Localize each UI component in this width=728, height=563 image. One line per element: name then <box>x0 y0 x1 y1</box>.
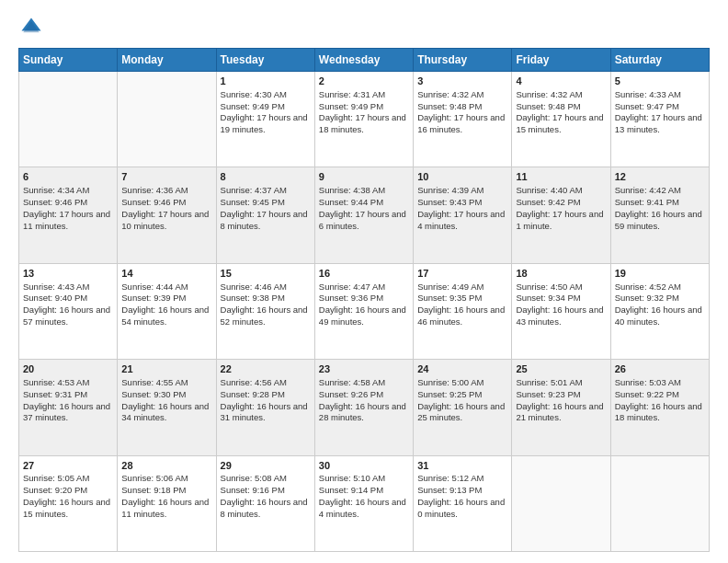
calendar-cell: 22Sunrise: 4:56 AMSunset: 9:28 PMDayligh… <box>216 360 314 455</box>
logo-icon <box>18 15 44 40</box>
weekday-header-tuesday: Tuesday <box>216 49 314 72</box>
week-row-1: 1Sunrise: 4:30 AMSunset: 9:49 PMDaylight… <box>19 72 710 167</box>
weekday-header-monday: Monday <box>118 49 216 72</box>
day-number: 12 <box>615 170 705 184</box>
calendar-cell: 23Sunrise: 4:58 AMSunset: 9:26 PMDayligh… <box>314 360 413 455</box>
calendar-cell: 1Sunrise: 4:30 AMSunset: 9:49 PMDaylight… <box>216 72 314 167</box>
calendar-cell: 3Sunrise: 4:32 AMSunset: 9:48 PMDaylight… <box>414 72 512 167</box>
day-number: 24 <box>417 362 507 376</box>
day-number: 18 <box>516 267 606 281</box>
day-number: 14 <box>121 267 211 281</box>
calendar-cell: 9Sunrise: 4:38 AMSunset: 9:44 PMDaylight… <box>314 167 413 263</box>
calendar-cell: 27Sunrise: 5:05 AMSunset: 9:20 PMDayligh… <box>19 455 118 551</box>
day-number: 13 <box>23 267 113 281</box>
day-number: 2 <box>319 75 409 88</box>
weekday-header-row: SundayMondayTuesdayWednesdayThursdayFrid… <box>19 49 710 72</box>
day-number: 15 <box>221 267 311 281</box>
calendar-cell <box>512 455 610 551</box>
day-number: 6 <box>23 170 113 184</box>
calendar-cell: 5Sunrise: 4:33 AMSunset: 9:47 PMDaylight… <box>610 72 709 167</box>
calendar-cell: 2Sunrise: 4:31 AMSunset: 9:49 PMDaylight… <box>314 72 413 167</box>
calendar-cell: 19Sunrise: 4:52 AMSunset: 9:32 PMDayligh… <box>610 263 709 359</box>
day-number: 22 <box>221 362 311 376</box>
calendar-cell: 11Sunrise: 4:40 AMSunset: 9:42 PMDayligh… <box>512 167 610 263</box>
day-number: 29 <box>221 459 311 473</box>
day-number: 23 <box>319 362 409 376</box>
calendar-cell: 12Sunrise: 4:42 AMSunset: 9:41 PMDayligh… <box>610 167 709 263</box>
calendar-cell: 14Sunrise: 4:44 AMSunset: 9:39 PMDayligh… <box>118 263 216 359</box>
header <box>18 15 710 40</box>
calendar-cell: 6Sunrise: 4:34 AMSunset: 9:46 PMDaylight… <box>19 167 118 263</box>
day-number: 20 <box>23 362 113 376</box>
day-number: 19 <box>615 267 705 281</box>
weekday-header-sunday: Sunday <box>19 49 118 72</box>
week-row-5: 27Sunrise: 5:05 AMSunset: 9:20 PMDayligh… <box>19 455 710 551</box>
day-number: 17 <box>417 267 507 281</box>
calendar-cell: 16Sunrise: 4:47 AMSunset: 9:36 PMDayligh… <box>314 263 413 359</box>
logo <box>18 15 48 40</box>
week-row-4: 20Sunrise: 4:53 AMSunset: 9:31 PMDayligh… <box>19 360 710 455</box>
day-number: 25 <box>516 362 606 376</box>
calendar-cell: 28Sunrise: 5:06 AMSunset: 9:18 PMDayligh… <box>118 455 216 551</box>
calendar-cell: 8Sunrise: 4:37 AMSunset: 9:45 PMDaylight… <box>216 167 314 263</box>
calendar-cell: 17Sunrise: 4:49 AMSunset: 9:35 PMDayligh… <box>414 263 512 359</box>
day-number: 5 <box>615 75 705 88</box>
day-number: 31 <box>417 459 507 473</box>
calendar-cell <box>19 72 118 167</box>
week-row-3: 13Sunrise: 4:43 AMSunset: 9:40 PMDayligh… <box>19 263 710 359</box>
calendar-cell: 24Sunrise: 5:00 AMSunset: 9:25 PMDayligh… <box>414 360 512 455</box>
week-row-2: 6Sunrise: 4:34 AMSunset: 9:46 PMDaylight… <box>19 167 710 263</box>
calendar-cell: 7Sunrise: 4:36 AMSunset: 9:46 PMDaylight… <box>118 167 216 263</box>
calendar-cell: 26Sunrise: 5:03 AMSunset: 9:22 PMDayligh… <box>610 360 709 455</box>
calendar-cell: 30Sunrise: 5:10 AMSunset: 9:14 PMDayligh… <box>314 455 413 551</box>
day-number: 4 <box>516 75 606 88</box>
weekday-header-thursday: Thursday <box>414 49 512 72</box>
calendar-cell: 31Sunrise: 5:12 AMSunset: 9:13 PMDayligh… <box>414 455 512 551</box>
calendar-cell: 4Sunrise: 4:32 AMSunset: 9:48 PMDaylight… <box>512 72 610 167</box>
calendar-cell: 18Sunrise: 4:50 AMSunset: 9:34 PMDayligh… <box>512 263 610 359</box>
calendar-cell: 15Sunrise: 4:46 AMSunset: 9:38 PMDayligh… <box>216 263 314 359</box>
day-number: 11 <box>516 170 606 184</box>
calendar-cell <box>610 455 709 551</box>
calendar-cell: 25Sunrise: 5:01 AMSunset: 9:23 PMDayligh… <box>512 360 610 455</box>
calendar-cell: 10Sunrise: 4:39 AMSunset: 9:43 PMDayligh… <box>414 167 512 263</box>
day-number: 30 <box>319 459 409 473</box>
day-number: 27 <box>23 459 113 473</box>
page: SundayMondayTuesdayWednesdayThursdayFrid… <box>0 0 728 563</box>
calendar-cell: 29Sunrise: 5:08 AMSunset: 9:16 PMDayligh… <box>216 455 314 551</box>
day-number: 7 <box>121 170 211 184</box>
calendar-cell: 13Sunrise: 4:43 AMSunset: 9:40 PMDayligh… <box>19 263 118 359</box>
day-number: 8 <box>221 170 311 184</box>
weekday-header-friday: Friday <box>512 49 610 72</box>
calendar-cell <box>118 72 216 167</box>
day-number: 16 <box>319 267 409 281</box>
day-number: 1 <box>221 75 311 88</box>
day-number: 10 <box>417 170 507 184</box>
day-number: 28 <box>121 459 211 473</box>
calendar-table: SundayMondayTuesdayWednesdayThursdayFrid… <box>18 48 710 552</box>
weekday-header-saturday: Saturday <box>610 49 709 72</box>
calendar-cell: 21Sunrise: 4:55 AMSunset: 9:30 PMDayligh… <box>118 360 216 455</box>
day-number: 21 <box>121 362 211 376</box>
calendar-cell: 20Sunrise: 4:53 AMSunset: 9:31 PMDayligh… <box>19 360 118 455</box>
weekday-header-wednesday: Wednesday <box>314 49 413 72</box>
day-number: 26 <box>615 362 705 376</box>
day-number: 9 <box>319 170 409 184</box>
day-number: 3 <box>417 75 507 88</box>
